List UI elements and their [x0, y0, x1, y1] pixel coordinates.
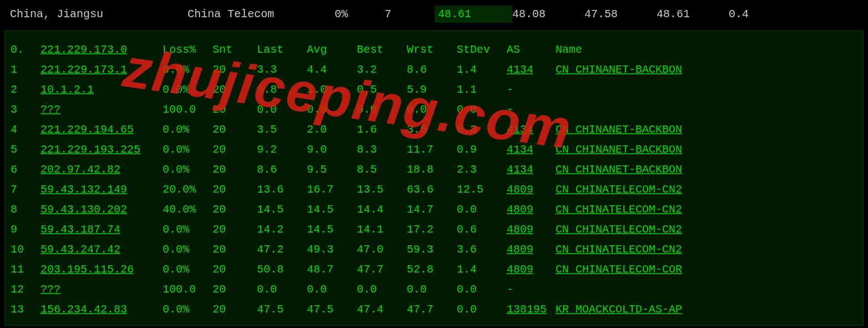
hop-loss: 0.0%: [163, 260, 213, 280]
hop-best: 1.6: [357, 120, 407, 140]
hop-as: -: [507, 80, 556, 100]
hop-snt: 20: [213, 240, 257, 260]
hop-host[interactable]: 203.195.115.26: [41, 260, 163, 280]
hop-as[interactable]: 4809: [507, 220, 556, 240]
location-label: China, Jiangsu: [10, 8, 188, 21]
hop-row: 5221.229.193.2250.0%209.29.08.311.70.941…: [11, 140, 857, 160]
hop-as[interactable]: 4134: [507, 140, 556, 160]
col-host[interactable]: 221.229.173.0: [41, 40, 163, 60]
hop-host[interactable]: ???: [41, 100, 163, 120]
hop-host[interactable]: 10.1.2.1: [41, 80, 163, 100]
hop-loss: 0.0%: [163, 300, 213, 320]
col-loss: Loss%: [163, 40, 213, 60]
hop-best: 14.1: [357, 220, 407, 240]
hop-host[interactable]: 59.43.132.149: [41, 180, 163, 200]
hop-best: 47.0: [357, 240, 407, 260]
hop-best: 3.2: [357, 60, 407, 80]
hop-as-name[interactable]: CN CHINANET-BACKBON: [556, 60, 857, 80]
hop-host[interactable]: 156.234.42.83: [41, 300, 163, 320]
hop-avg: 2.0: [307, 120, 357, 140]
hop-loss: 0.0%: [163, 140, 213, 160]
hop-host[interactable]: 202.97.42.82: [41, 160, 163, 180]
hop-loss: 0.0%: [163, 80, 213, 100]
hop-as[interactable]: 138195: [507, 300, 556, 320]
hop-row: 210.1.2.10.0%200.81.00.55.91.1-: [11, 80, 857, 100]
hop-as[interactable]: 4134: [507, 160, 556, 180]
hop-avg: 16.7: [307, 180, 357, 200]
hop-as[interactable]: 4809: [507, 200, 556, 220]
hop-best: 13.5: [357, 180, 407, 200]
hop-stdev: 1.4: [457, 260, 507, 280]
hop-as-name[interactable]: CN CHINATELECOM-CN2: [556, 220, 857, 240]
hop-wrst: 8.6: [407, 60, 457, 80]
hop-number: 4: [11, 120, 41, 140]
hop-number: 2: [11, 80, 41, 100]
hop-loss: 0.0%: [163, 120, 213, 140]
col-name: Name: [556, 40, 857, 60]
hop-snt: 20: [213, 160, 257, 180]
hop-last: 9.2: [257, 140, 307, 160]
hop-as-name[interactable]: CN CHINANET-BACKBON: [556, 140, 857, 160]
hop-wrst: 47.7: [407, 300, 457, 320]
hop-last: 47.2: [257, 240, 307, 260]
hop-number: 6: [11, 160, 41, 180]
hop-host[interactable]: 59.43.247.42: [41, 240, 163, 260]
hop-loss: 40.0%: [163, 200, 213, 220]
hop-as[interactable]: 4134: [507, 120, 556, 140]
hop-as-name[interactable]: CN CHINATELECOM-CN2: [556, 240, 857, 260]
hop-loss: 0.0%: [163, 220, 213, 240]
col-as: AS: [507, 40, 556, 60]
hop-as[interactable]: 4809: [507, 260, 556, 280]
hop-stdev: 0.0: [457, 100, 507, 120]
hop-best: 47.7: [357, 260, 407, 280]
hop-as-name[interactable]: CN CHINANET-BACKBON: [556, 120, 857, 140]
hop-row: 11203.195.115.260.0%2050.848.747.752.81.…: [11, 260, 857, 280]
hop-loss: 100.0: [163, 280, 213, 300]
hop-last: 3.5: [257, 120, 307, 140]
hop-loss: 0.0%: [163, 60, 213, 80]
hop-wrst: 52.8: [407, 260, 457, 280]
hop-stdev: 0.3: [457, 120, 507, 140]
col-hop: 0.: [11, 40, 41, 60]
hop-as-name[interactable]: CN CHINATELECOM-CN2: [556, 180, 857, 200]
summary-avg: 48.08: [512, 8, 584, 21]
hop-last: 47.5: [257, 300, 307, 320]
hop-number: 12: [11, 280, 41, 300]
hop-loss: 0.0%: [163, 160, 213, 180]
hop-stdev: 3.6: [457, 240, 507, 260]
hop-row: 1059.43.247.420.0%2047.249.347.059.33.64…: [11, 240, 857, 260]
hop-snt: 20: [213, 60, 257, 80]
hop-loss: 100.0: [163, 100, 213, 120]
summary-best: 47.58: [584, 8, 657, 21]
hop-stdev: 1.1: [457, 80, 507, 100]
hop-as-name[interactable]: CN CHINATELECOM-COR: [556, 260, 857, 280]
hop-best: 0.5: [357, 80, 407, 100]
col-snt: Snt: [213, 40, 257, 60]
hop-wrst: 59.3: [407, 240, 457, 260]
hop-loss: 0.0%: [163, 240, 213, 260]
hop-as-name[interactable]: CN CHINATELECOM-CN2: [556, 200, 857, 220]
hop-number: 8: [11, 200, 41, 220]
hop-host[interactable]: 221.229.193.225: [41, 140, 163, 160]
hop-as[interactable]: 4809: [507, 240, 556, 260]
hop-row: 6202.97.42.820.0%208.69.58.518.82.34134C…: [11, 160, 857, 180]
hop-wrst: 14.7: [407, 200, 457, 220]
hop-wrst: 63.6: [407, 180, 457, 200]
hop-row: 3???100.0200.00.00.00.00.0-: [11, 100, 857, 120]
col-wrst: Wrst: [407, 40, 457, 60]
hop-host[interactable]: 59.43.187.74: [41, 220, 163, 240]
hop-host[interactable]: ???: [41, 280, 163, 300]
hop-number: 1: [11, 60, 41, 80]
hop-as-name[interactable]: KR MOACKCOLTD-AS-AP: [556, 300, 857, 320]
hop-last: 8.6: [257, 160, 307, 180]
hop-host[interactable]: 59.43.130.202: [41, 200, 163, 220]
hop-as-name[interactable]: CN CHINANET-BACKBON: [556, 160, 857, 180]
hop-wrst: 5.9: [407, 80, 457, 100]
hop-host[interactable]: 221.229.173.1: [41, 60, 163, 80]
hop-as[interactable]: 4134: [507, 60, 556, 80]
hop-as[interactable]: 4809: [507, 180, 556, 200]
hop-best: 47.4: [357, 300, 407, 320]
hop-last: 3.3: [257, 60, 307, 80]
hop-snt: 20: [213, 200, 257, 220]
hop-host[interactable]: 221.229.194.65: [41, 120, 163, 140]
